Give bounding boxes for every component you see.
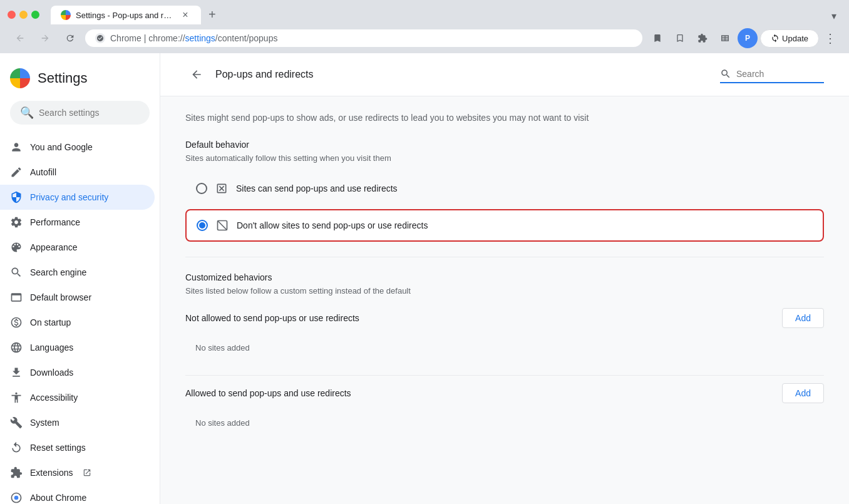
back-to-settings-button[interactable] — [185, 63, 208, 86]
split-view-button[interactable] — [715, 28, 735, 48]
sidebar-item-reset-settings[interactable]: Reset settings — [0, 435, 155, 460]
extensions-icon — [10, 466, 23, 479]
sidebar-item-extensions[interactable]: Extensions — [0, 460, 155, 485]
settings-search-input[interactable] — [39, 108, 148, 118]
customized-behaviors-section: Customized behaviors Sites listed below … — [185, 272, 824, 435]
default-browser-icon — [10, 291, 23, 304]
sidebar-item-languages[interactable]: Languages — [0, 335, 155, 360]
block-popups-option[interactable]: Don't allow sites to send pop-ups or use… — [185, 209, 824, 242]
settings-sidebar: Settings 🔍 You and Google — [0, 53, 160, 504]
sidebar-item-privacy-and-security[interactable]: Privacy and security — [0, 185, 155, 210]
bookmark-button[interactable] — [670, 28, 690, 48]
page-header: Pop-ups and redirects — [160, 53, 849, 96]
allowed-label: Allowed to send pop-ups and use redirect… — [185, 388, 351, 398]
url-display: Chrome | chrome://settings/content/popup… — [110, 33, 632, 43]
default-behavior-subtitle: Sites automatically follow this setting … — [185, 153, 824, 163]
block-radio-button[interactable] — [197, 220, 208, 231]
update-button[interactable]: Update — [760, 29, 819, 48]
customized-subtitle: Sites listed below follow a custom setti… — [185, 286, 824, 296]
sidebar-label-autofill: Autofill — [30, 167, 56, 177]
sidebar-label-privacy: Privacy and security — [30, 192, 108, 202]
settings-search-bar[interactable]: 🔍 — [10, 101, 150, 125]
sidebar-label-you-and-google: You and Google — [30, 142, 93, 152]
close-window-button[interactable] — [8, 11, 16, 19]
title-bar: Settings - Pop-ups and redirec... × + ▾ — [0, 0, 849, 24]
sidebar-item-downloads[interactable]: Downloads — [0, 360, 155, 385]
chrome-icon — [10, 491, 23, 504]
default-behavior-title: Default behavior — [185, 140, 824, 150]
page-search[interactable] — [720, 66, 824, 83]
not-allowed-section: Not allowed to send pop-ups or use redir… — [185, 308, 824, 360]
allowed-add-button[interactable]: Add — [782, 383, 824, 403]
customized-title: Customized behaviors — [185, 272, 824, 282]
forward-button[interactable] — [35, 28, 55, 48]
main-settings-panel: Pop-ups and redirects Sites might send p… — [160, 53, 849, 504]
sidebar-item-appearance[interactable]: Appearance — [0, 235, 155, 260]
url-bar[interactable]: Chrome | chrome://settings/content/popup… — [85, 29, 642, 47]
active-tab[interactable]: Settings - Pop-ups and redirec... × — [51, 6, 201, 24]
browser-content: Settings 🔍 You and Google — [0, 53, 849, 504]
new-tab-button[interactable]: + — [203, 5, 221, 24]
external-link-icon — [83, 468, 91, 477]
url-suffix: /content/popups — [215, 33, 278, 43]
search-engine-icon — [10, 266, 23, 279]
sidebar-item-performance[interactable]: Performance — [0, 210, 155, 235]
sidebar-label-extensions: Extensions — [30, 468, 73, 478]
content-search-input[interactable] — [736, 69, 824, 79]
back-button[interactable] — [10, 28, 30, 48]
allow-popups-option[interactable]: Sites can send pop-ups and use redirects — [185, 173, 824, 204]
tab-close-button[interactable]: × — [180, 9, 191, 21]
block-popups-label: Don't allow sites to send pop-ups or use… — [237, 220, 428, 230]
sidebar-item-system[interactable]: System — [0, 410, 155, 435]
allowed-section: Allowed to send pop-ups and use redirect… — [185, 383, 824, 435]
url-path: settings — [185, 33, 215, 43]
sidebar-label-accessibility: Accessibility — [30, 393, 78, 403]
url-favicon — [95, 33, 105, 43]
not-allowed-add-button[interactable]: Add — [782, 308, 824, 328]
traffic-lights — [8, 11, 39, 19]
downloads-icon — [10, 366, 23, 379]
autofill-icon — [10, 166, 23, 178]
tab-title: Settings - Pop-ups and redirec... — [76, 11, 175, 20]
popup-block-icon — [215, 219, 229, 232]
sidebar-item-on-startup[interactable]: On startup — [0, 310, 155, 335]
refresh-button[interactable] — [60, 28, 80, 48]
extensions-button[interactable] — [692, 28, 713, 48]
sidebar-label-about-chrome: About Chrome — [30, 493, 86, 503]
sidebar-item-default-browser[interactable]: Default browser — [0, 285, 155, 310]
accessibility-icon — [10, 391, 23, 404]
sidebar-item-about-chrome[interactable]: About Chrome — [0, 485, 155, 504]
sidebar-item-accessibility[interactable]: Accessibility — [0, 385, 155, 410]
sidebar-item-you-and-google[interactable]: You and Google — [0, 135, 155, 160]
download-page-button[interactable] — [647, 28, 667, 48]
not-allowed-header: Not allowed to send pop-ups or use redir… — [185, 308, 824, 328]
section-divider-2 — [185, 375, 824, 376]
performance-icon — [10, 216, 23, 229]
svg-point-0 — [14, 496, 19, 500]
minimize-window-button[interactable] — [19, 11, 28, 19]
page-header-left: Pop-ups and redirects — [185, 63, 314, 86]
sidebar-label-default-browser: Default browser — [30, 292, 91, 302]
shield-icon — [10, 191, 23, 203]
allowed-empty: No sites added — [185, 411, 824, 435]
sidebar-label-reset: Reset settings — [30, 443, 86, 453]
sidebar-label-performance: Performance — [30, 217, 80, 227]
allow-radio-button[interactable] — [196, 183, 207, 194]
address-bar: Chrome | chrome://settings/content/popup… — [0, 24, 849, 53]
chrome-menu-button[interactable]: ⋮ — [821, 28, 839, 48]
sidebar-item-autofill[interactable]: Autofill — [0, 160, 155, 185]
browser-frame: Settings - Pop-ups and redirec... × + ▾ … — [0, 0, 849, 504]
section-divider — [185, 257, 824, 257]
page-description: Sites might send pop-ups to show ads, or… — [185, 111, 824, 125]
on-startup-icon — [10, 316, 23, 329]
update-label: Update — [782, 34, 808, 43]
tab-dropdown-button[interactable]: ▾ — [826, 8, 841, 24]
allow-popups-label: Sites can send pop-ups and use redirects — [236, 183, 398, 193]
allowed-header: Allowed to send pop-ups and use redirect… — [185, 383, 824, 403]
url-prefix: Chrome | chrome:// — [110, 33, 185, 43]
sidebar-label-downloads: Downloads — [30, 368, 73, 378]
maximize-window-button[interactable] — [31, 11, 39, 19]
reset-icon — [10, 441, 23, 454]
sidebar-item-search-engine[interactable]: Search engine — [0, 260, 155, 285]
profile-avatar[interactable]: P — [738, 28, 758, 48]
